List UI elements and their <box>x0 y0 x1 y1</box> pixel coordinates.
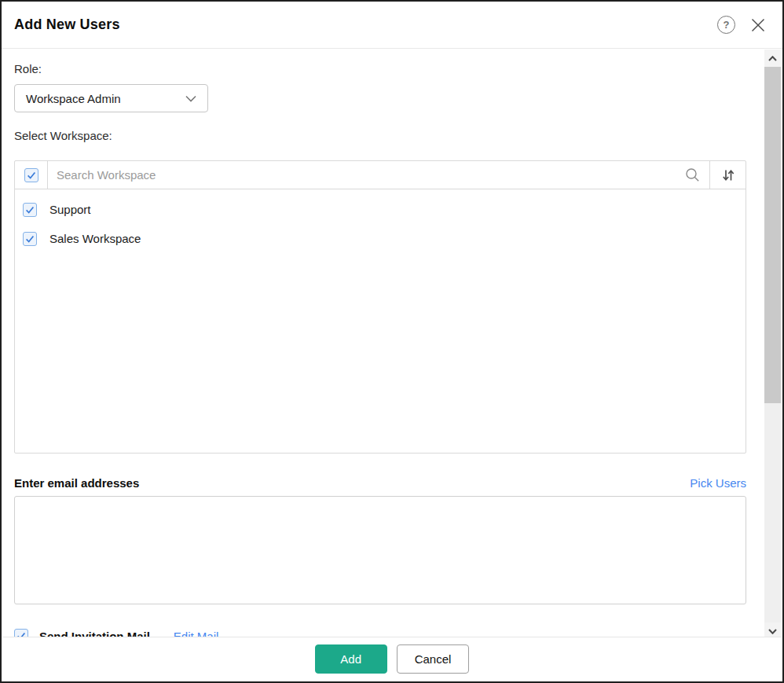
dialog-footer: Add Cancel <box>3 637 781 680</box>
dialog-title: Add New Users <box>14 17 120 33</box>
add-button[interactable]: Add <box>315 644 387 674</box>
add-new-users-dialog: Add New Users ? Role: Workspace Admin <box>0 0 784 683</box>
email-section-header: Enter email addresses Pick Users <box>14 476 746 490</box>
select-all-checkbox[interactable] <box>24 168 38 182</box>
workspace-rows: Support Sales Workspace <box>15 189 746 253</box>
workspace-checkbox[interactable] <box>23 203 37 217</box>
workspace-list-panel: Support Sales Workspace <box>14 160 746 453</box>
chevron-down-icon <box>185 95 196 102</box>
sort-icon[interactable] <box>709 161 746 189</box>
role-dropdown-value: Workspace Admin <box>26 92 121 105</box>
select-workspace-label: Select Workspace: <box>14 129 746 142</box>
workspace-row-sales[interactable]: Sales Workspace <box>15 224 746 253</box>
workspace-row-label: Sales Workspace <box>49 232 141 245</box>
dialog-body: Role: Workspace Admin Select Workspace: <box>2 49 782 638</box>
workspace-list-header <box>15 161 746 189</box>
workspace-search <box>48 161 675 189</box>
workspace-search-input[interactable] <box>48 161 675 189</box>
pick-users-link[interactable]: Pick Users <box>690 476 746 490</box>
dialog-titlebar: Add New Users ? <box>2 2 782 49</box>
workspace-row-support[interactable]: Support <box>15 195 746 224</box>
email-label: Enter email addresses <box>14 476 139 490</box>
select-all-cell <box>15 161 48 189</box>
workspace-row-label: Support <box>49 203 91 216</box>
role-dropdown[interactable]: Workspace Admin <box>14 84 208 112</box>
cancel-button[interactable]: Cancel <box>397 644 470 674</box>
scrollbar-up-arrow-icon[interactable] <box>764 50 781 67</box>
workspace-checkbox[interactable] <box>23 232 37 246</box>
vertical-scrollbar[interactable] <box>764 50 781 640</box>
help-icon[interactable]: ? <box>717 16 735 34</box>
titlebar-actions: ? <box>717 16 767 34</box>
role-label: Role: <box>14 62 746 75</box>
close-icon[interactable] <box>749 17 767 34</box>
scrollbar-thumb[interactable] <box>764 67 781 403</box>
email-addresses-textarea[interactable] <box>14 496 746 604</box>
search-icon[interactable] <box>675 161 709 189</box>
